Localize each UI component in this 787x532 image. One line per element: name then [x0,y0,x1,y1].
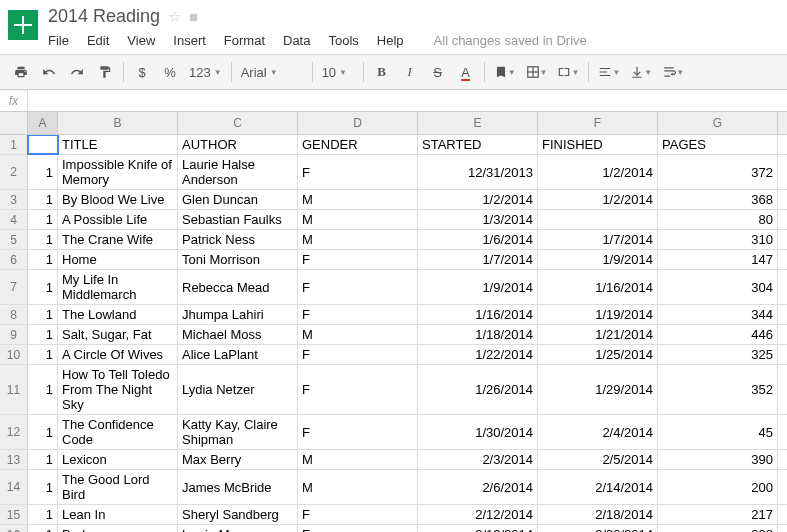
merge-cells-button[interactable]: ▼ [553,60,583,84]
cell[interactable]: 1 [28,415,58,449]
cell[interactable]: 1 [28,190,58,209]
cell[interactable]: Lexicon [58,450,178,469]
cell[interactable]: The Crane Wife [58,230,178,249]
document-title[interactable]: 2014 Reading [48,6,160,27]
cell[interactable]: 1/3/2014 [418,210,538,229]
cell[interactable]: 12/31/2013 [418,155,538,189]
cell[interactable]: Impossible Knife of Memory [58,155,178,189]
row-header[interactable]: 16 [0,525,28,532]
cell[interactable]: 2/12/2014 [418,505,538,524]
cell[interactable]: F [298,155,418,189]
cell[interactable]: 2/6/2014 [418,470,538,504]
cell[interactable]: 1 [28,365,58,414]
cell[interactable]: 1/16/2014 [538,270,658,304]
cell[interactable]: F [298,305,418,324]
cell[interactable]: 1/6/2014 [418,230,538,249]
sheets-logo[interactable] [8,10,38,40]
cell[interactable]: Laurie Halse Anderson [178,155,298,189]
row-header[interactable]: 12 [0,415,28,449]
cell[interactable]: Salt, Sugar, Fat [58,325,178,344]
cell[interactable]: 147 [658,250,778,269]
cell[interactable]: The Confidence Code [58,415,178,449]
cell[interactable]: Lorrie Moore [178,525,298,532]
cell[interactable]: Bark [58,525,178,532]
cell[interactable]: 2/18/2014 [538,505,658,524]
cell[interactable]: M [298,470,418,504]
font-size-select[interactable]: 10▼ [318,63,358,82]
cell[interactable]: 1 [28,325,58,344]
cell[interactable]: TITLE [58,135,178,154]
row-header[interactable]: 9 [0,325,28,344]
cell[interactable]: 1/22/2014 [418,345,538,364]
cell[interactable]: 344 [658,305,778,324]
cell[interactable]: 1 [28,450,58,469]
menu-insert[interactable]: Insert [173,33,206,48]
cell[interactable]: 2/13/2014 [418,525,538,532]
cell[interactable]: 45 [658,415,778,449]
column-header-B[interactable]: B [58,112,178,134]
folder-icon[interactable]: ■ [189,8,198,25]
cell[interactable]: By Blood We Live [58,190,178,209]
cell[interactable]: Lean In [58,505,178,524]
cell[interactable]: Rebecca Mead [178,270,298,304]
cell[interactable]: 2/4/2014 [538,415,658,449]
row-header[interactable]: 10 [0,345,28,364]
cell[interactable]: 1 [28,250,58,269]
cell[interactable]: M [298,450,418,469]
cell[interactable] [538,210,658,229]
cell[interactable] [28,135,58,154]
menu-data[interactable]: Data [283,33,310,48]
cell[interactable]: A Circle Of Wives [58,345,178,364]
cell[interactable]: 352 [658,365,778,414]
print-button[interactable] [8,60,34,84]
row-header[interactable]: 8 [0,305,28,324]
cell[interactable]: 325 [658,345,778,364]
cell[interactable]: F [298,525,418,532]
cell[interactable]: Glen Duncan [178,190,298,209]
cell[interactable]: 1/2/2014 [538,155,658,189]
cell[interactable]: 390 [658,450,778,469]
menu-format[interactable]: Format [224,33,265,48]
column-header-C[interactable]: C [178,112,298,134]
row-header[interactable]: 14 [0,470,28,504]
cell[interactable]: 1/7/2014 [538,230,658,249]
select-all-corner[interactable] [0,112,28,134]
cell[interactable]: Michael Moss [178,325,298,344]
row-header[interactable]: 5 [0,230,28,249]
cell[interactable]: 2/20/2014 [538,525,658,532]
cell[interactable]: 1/21/2014 [538,325,658,344]
row-header[interactable]: 1 [0,135,28,154]
cell[interactable]: 1/29/2014 [538,365,658,414]
cell[interactable]: 1/18/2014 [418,325,538,344]
font-select[interactable]: Arial▼ [237,63,307,82]
row-header[interactable]: 4 [0,210,28,229]
cell[interactable]: Jhumpa Lahiri [178,305,298,324]
horizontal-align-button[interactable]: ▼ [594,60,624,84]
row-header[interactable]: 2 [0,155,28,189]
menu-view[interactable]: View [127,33,155,48]
menu-edit[interactable]: Edit [87,33,109,48]
cell[interactable]: 1/2/2014 [538,190,658,209]
cell[interactable]: 1/7/2014 [418,250,538,269]
cell[interactable]: F [298,505,418,524]
cell[interactable]: 1 [28,305,58,324]
cell[interactable]: F [298,250,418,269]
cell[interactable]: 1/19/2014 [538,305,658,324]
undo-button[interactable] [36,60,62,84]
cell[interactable]: F [298,415,418,449]
cell[interactable]: James McBride [178,470,298,504]
text-color-button[interactable]: A [453,60,479,84]
column-header-G[interactable]: G [658,112,778,134]
column-header-D[interactable]: D [298,112,418,134]
cell[interactable]: 2/14/2014 [538,470,658,504]
menu-help[interactable]: Help [377,33,404,48]
cell[interactable]: Max Berry [178,450,298,469]
cell[interactable]: STARTED [418,135,538,154]
cell[interactable]: F [298,365,418,414]
cell[interactable]: Home [58,250,178,269]
cell[interactable]: 1 [28,345,58,364]
cell[interactable]: 1 [28,230,58,249]
cell[interactable]: F [298,345,418,364]
cell[interactable]: FINISHED [538,135,658,154]
cell[interactable]: 1/9/2014 [418,270,538,304]
